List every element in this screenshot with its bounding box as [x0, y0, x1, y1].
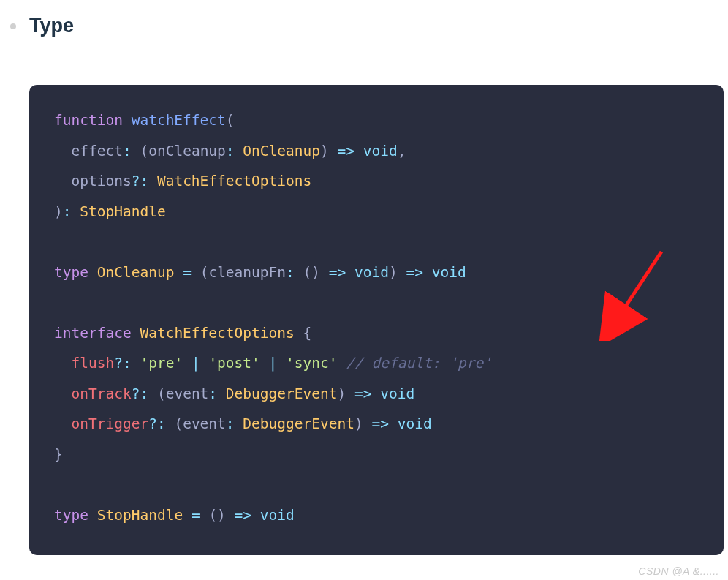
watermark-text: CSDN @A &......: [638, 565, 719, 577]
code-line: onTrack?: (event: DebuggerEvent) => void: [29, 379, 724, 410]
bullet-icon: [10, 23, 16, 29]
code-line: interface WatchEffectOptions {: [29, 318, 724, 349]
code-line: options?: WatchEffectOptions: [29, 166, 724, 197]
code-line: function watchEffect(: [29, 105, 724, 136]
code-line: }: [29, 440, 724, 470]
code-line: type OnCleanup = (cleanupFn: () => void)…: [29, 257, 724, 288]
code-line: type StopHandle = () => void: [29, 500, 724, 531]
code-block: function watchEffect( effect: (onCleanup…: [29, 85, 724, 555]
code-line: [29, 227, 724, 257]
section-heading: Type: [29, 15, 74, 37]
code-line: [29, 470, 724, 500]
heading-row: Type: [0, 0, 728, 37]
code-line: effect: (onCleanup: OnCleanup) => void,: [29, 136, 724, 167]
code-line: flush?: 'pre' | 'post' | 'sync' // defau…: [29, 348, 724, 379]
code-line: onTrigger?: (event: DebuggerEvent) => vo…: [29, 409, 724, 440]
code-line: [29, 287, 724, 318]
code-line: ): StopHandle: [29, 197, 724, 227]
